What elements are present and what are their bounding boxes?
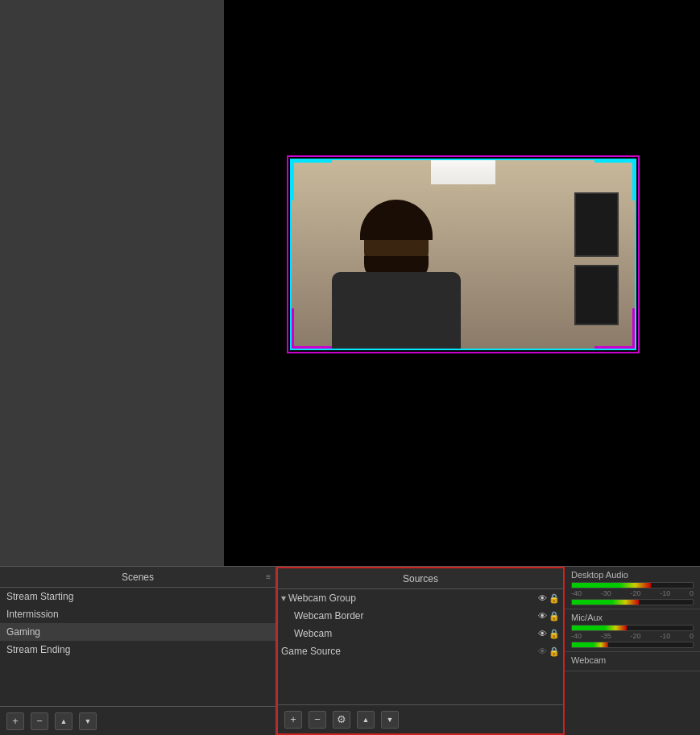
- scenes-panel: Scenes ≡ Stream Starting Intermission Ga…: [0, 567, 276, 735]
- mic-aux-meter-2: [571, 642, 694, 648]
- webcam-border-lock-icon[interactable]: 🔒: [549, 611, 560, 621]
- left-panel: [0, 0, 224, 566]
- sources-panel-header: Sources: [278, 568, 563, 589]
- plus-icon: +: [12, 715, 19, 727]
- source-webcam[interactable]: Webcam 👁 🔒: [278, 625, 563, 642]
- audio-panel: Desktop Audio -40 -30 -20 -10 0 Mic/Aux …: [565, 567, 700, 735]
- desktop-audio-scale: -40 -30 -20 -10 0: [571, 589, 694, 597]
- corner-bl: [292, 308, 332, 349]
- sources-move-down-button[interactable]: ▼: [381, 711, 399, 729]
- scenes-remove-button[interactable]: −: [31, 712, 48, 730]
- webcam-group-lock-icon[interactable]: 🔒: [549, 593, 560, 604]
- source-game-source[interactable]: Game Source 👁 🔒: [278, 642, 563, 660]
- minus-icon: −: [314, 713, 321, 725]
- sources-move-up-button[interactable]: ▲: [357, 711, 375, 729]
- game-source-eye-icon[interactable]: 👁: [538, 646, 547, 656]
- corner-br: [594, 308, 635, 349]
- scenes-footer: + − ▲ ▼: [0, 706, 275, 735]
- game-source-lock-icon[interactable]: 🔒: [549, 646, 560, 657]
- up-arrow-icon: ▲: [362, 716, 370, 724]
- webcam-border-label: Webcam Border: [294, 610, 363, 621]
- scenes-add-button[interactable]: +: [6, 712, 24, 730]
- scenes-list: Stream Starting Intermission Gaming Stre…: [0, 588, 275, 706]
- sources-list: ▾ Webcam Group 👁 🔒 Webcam Border 👁 🔒: [278, 589, 563, 704]
- desktop-audio-bar: [572, 583, 651, 588]
- webcam-border-eye-icon[interactable]: 👁: [538, 611, 547, 621]
- preview-area: [0, 0, 700, 566]
- down-arrow-icon: ▼: [387, 716, 394, 724]
- scene-item-stream-starting[interactable]: Stream Starting: [0, 588, 275, 605]
- desktop-audio-bar-2: [572, 600, 639, 605]
- scenes-panel-header: Scenes ≡: [0, 567, 275, 588]
- corner-tr: [594, 160, 635, 200]
- gear-icon: ⚙: [337, 713, 346, 725]
- scenes-configure[interactable]: ≡: [266, 572, 271, 581]
- scene-item-gaming[interactable]: Gaming: [0, 623, 275, 641]
- mic-aux-section: Mic/Aux -40 -35 -20 -10 0: [565, 609, 700, 652]
- source-group-webcam[interactable]: ▾ Webcam Group 👁 🔒: [278, 589, 563, 607]
- desktop-audio-section: Desktop Audio -40 -30 -20 -10 0: [565, 567, 700, 609]
- mic-aux-meter: [571, 625, 694, 631]
- plus-icon: +: [290, 713, 296, 725]
- webcam-label: Webcam: [294, 628, 332, 639]
- chevron-down-icon: ▾: [281, 593, 286, 604]
- scenes-move-down-button[interactable]: ▼: [79, 712, 97, 730]
- scenes-move-up-button[interactable]: ▲: [55, 712, 72, 730]
- sources-footer: + − ⚙ ▲ ▼: [278, 704, 563, 733]
- webcam-lock-icon[interactable]: 🔒: [549, 629, 560, 639]
- room-background: [292, 160, 635, 349]
- sources-remove-button[interactable]: −: [309, 711, 326, 729]
- source-webcam-border[interactable]: Webcam Border 👁 🔒: [278, 607, 563, 625]
- sources-settings-button[interactable]: ⚙: [333, 711, 350, 729]
- webcam-eye-icon[interactable]: 👁: [538, 629, 547, 638]
- down-arrow-icon: ▼: [85, 717, 92, 725]
- desktop-audio-meter: [571, 582, 694, 588]
- up-arrow-icon: ▲: [60, 717, 68, 725]
- webcam-group-label: Webcam Group: [288, 593, 356, 604]
- desktop-audio-label: Desktop Audio: [571, 570, 694, 580]
- bottom-bar: Scenes ≡ Stream Starting Intermission Ga…: [0, 566, 700, 735]
- game-source-label: Game Source: [281, 646, 341, 657]
- webcam-group-eye-icon[interactable]: 👁: [538, 593, 547, 603]
- canvas-preview: [224, 0, 700, 566]
- sources-add-button[interactable]: +: [284, 711, 302, 729]
- mic-aux-bar: [572, 626, 627, 630]
- scenes-label: Scenes: [122, 572, 154, 583]
- webcam-frame[interactable]: [290, 159, 636, 350]
- mic-aux-label: Mic/Aux: [571, 613, 694, 622]
- desktop-audio-meter-2: [571, 599, 694, 605]
- mic-aux-bar-2: [572, 642, 608, 647]
- mic-aux-scale: -40 -35 -20 -10 0: [571, 632, 694, 640]
- corner-tl: [292, 160, 332, 200]
- webcam-audio-label: Webcam: [571, 655, 694, 665]
- scene-item-stream-ending[interactable]: Stream Ending: [0, 641, 275, 659]
- sources-panel: Sources ▾ Webcam Group 👁 🔒 Webcam Border: [276, 567, 565, 735]
- webcam-audio-section: Webcam: [565, 652, 700, 671]
- webcam-content: [292, 160, 635, 349]
- minus-icon: −: [36, 715, 43, 727]
- sources-label: Sources: [403, 573, 438, 584]
- scene-item-intermission[interactable]: Intermission: [0, 605, 275, 623]
